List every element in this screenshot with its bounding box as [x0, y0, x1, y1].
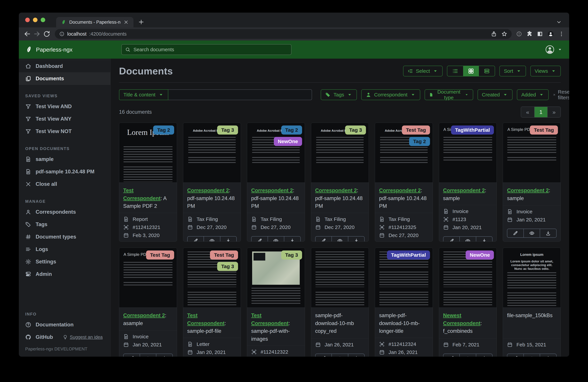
- sidebar-item-settings[interactable]: Settings: [19, 256, 110, 268]
- document-type-row[interactable]: Tax Filing: [315, 216, 365, 222]
- filter-tags-button[interactable]: Tags: [321, 89, 357, 100]
- tag-badge[interactable]: Tag 3: [217, 262, 238, 271]
- document-type-row[interactable]: Tax Filing: [379, 216, 429, 222]
- tag-badge[interactable]: Test Tag: [530, 125, 558, 135]
- sidebar-item-correspondents[interactable]: Correspondents: [19, 206, 110, 218]
- correspondent-link[interactable]: Test Correspondent: [251, 312, 289, 326]
- app-brand[interactable]: Paperless-ngx: [25, 46, 121, 53]
- suggest-idea-link[interactable]: Suggest an idea: [63, 335, 103, 340]
- edit-button[interactable]: [124, 354, 140, 357]
- download-button[interactable]: [348, 354, 364, 357]
- document-card[interactable]: sample-pdf-download-10-mb copy_red Jan 2…: [311, 248, 369, 357]
- tab-close-icon[interactable]: [124, 20, 128, 24]
- grid-view-toggle[interactable]: [463, 66, 479, 76]
- correspondent-link[interactable]: Correspondent 2: [507, 187, 549, 193]
- sort-button[interactable]: Sort: [499, 66, 526, 77]
- back-button[interactable]: [23, 30, 31, 38]
- tag-badge[interactable]: Tag 3: [217, 125, 238, 135]
- preview-button[interactable]: [524, 229, 540, 237]
- share-icon[interactable]: [491, 31, 497, 37]
- download-button[interactable]: [220, 237, 236, 242]
- global-search[interactable]: [121, 44, 292, 55]
- tag-badge[interactable]: Test Tag: [146, 250, 174, 260]
- sidebar-item-test-view-not[interactable]: Test View NOT: [19, 125, 110, 138]
- download-button[interactable]: [348, 237, 364, 242]
- correspondent-link[interactable]: Newest Correspondent: [443, 312, 481, 326]
- browser-profile-avatar[interactable]: [547, 31, 554, 37]
- edit-button[interactable]: [315, 354, 332, 357]
- download-button[interactable]: [540, 229, 556, 237]
- correspondent-link[interactable]: Correspondent 2: [443, 187, 485, 193]
- document-thumbnail[interactable]: Lorem ipsumLorem ipsum dolor sit amet, c…: [503, 248, 561, 308]
- list-view-toggle[interactable]: [447, 66, 463, 76]
- document-card[interactable]: Adobe Acrobat PDF Files Tag 3 Correspond…: [311, 123, 369, 241]
- edit-button[interactable]: [507, 354, 524, 357]
- preview-button[interactable]: [460, 237, 476, 241]
- document-thumbnail[interactable]: [311, 248, 369, 308]
- extension-icon[interactable]: [516, 31, 522, 37]
- sidebar-item-documentation[interactable]: Documentation: [19, 319, 110, 331]
- correspondent-link[interactable]: Correspondent 2: [315, 187, 357, 193]
- document-card[interactable]: A Simple PDF File Test Tag Correspondent…: [503, 123, 561, 241]
- download-button[interactable]: [156, 354, 172, 357]
- sidebar-item-documents[interactable]: Documents: [19, 72, 110, 85]
- document-type-row[interactable]: Letter: [187, 341, 237, 347]
- views-button[interactable]: Views: [530, 66, 561, 77]
- download-button[interactable]: [476, 354, 492, 357]
- document-type-row[interactable]: Tax Filing: [187, 216, 237, 222]
- document-type-row[interactable]: Report: [123, 216, 173, 222]
- correspondent-link[interactable]: Correspondent 2: [123, 312, 165, 318]
- extensions-puzzle-icon[interactable]: [526, 31, 532, 37]
- download-button[interactable]: [284, 237, 300, 242]
- browser-menu-kebab-icon[interactable]: [558, 31, 565, 37]
- filter-field-selector[interactable]: Title & content: [119, 89, 168, 100]
- preview-button[interactable]: [140, 354, 156, 357]
- document-type-row[interactable]: Invoice: [123, 334, 173, 340]
- window-minimize-button[interactable]: [33, 18, 38, 22]
- sidebar-item-sample[interactable]: sample: [19, 153, 110, 165]
- filter-created-button[interactable]: Created: [478, 89, 513, 100]
- address-bar[interactable]: localhost:4200/documents: [55, 29, 512, 39]
- document-card[interactable]: Lorem Ipsum Tag 2 Test Correspondent: A …: [119, 123, 177, 241]
- select-button[interactable]: Select: [403, 66, 442, 77]
- account-menu[interactable]: [545, 45, 563, 54]
- document-card[interactable]: Adobe Acrobat PDF Files Tag 2NewOne Corr…: [247, 123, 305, 241]
- window-zoom-button[interactable]: [41, 18, 45, 22]
- tag-badge[interactable]: NewOne: [466, 250, 494, 260]
- sidebar-item-pdf-sample-10-24-48-pm[interactable]: pdf-sample 10.24.48 PM: [19, 165, 110, 178]
- filter-correspondent-button[interactable]: Correspondent: [361, 89, 420, 100]
- correspondent-link[interactable]: Correspondent 2: [187, 187, 229, 193]
- sidebar-item-tags[interactable]: Tags: [19, 218, 110, 231]
- preview-button[interactable]: [460, 354, 476, 357]
- edit-button[interactable]: [507, 229, 524, 237]
- sidebar-item-admin[interactable]: Admin: [19, 268, 110, 280]
- correspondent-link[interactable]: Correspondent 2: [251, 187, 293, 193]
- tag-badge[interactable]: TagWithPartial: [451, 125, 494, 135]
- edit-button[interactable]: [443, 354, 460, 357]
- edit-button[interactable]: [252, 237, 268, 242]
- reset-filters-link[interactable]: Reset filters: [553, 89, 569, 101]
- filter-added-button[interactable]: Added: [517, 89, 549, 100]
- edit-button[interactable]: [188, 237, 204, 242]
- next-page-button[interactable]: »: [547, 107, 560, 117]
- tab-search-chevron-icon[interactable]: [556, 19, 562, 25]
- download-button[interactable]: [540, 354, 556, 357]
- tag-badge[interactable]: Tag 3: [281, 250, 302, 260]
- tag-badge[interactable]: Tag 2: [409, 137, 430, 146]
- sidebar-item-test-view-and[interactable]: Test View AND: [19, 100, 110, 113]
- correspondent-link[interactable]: Test Correspondent: [123, 187, 161, 201]
- tag-badge[interactable]: TagWithPartial: [387, 250, 430, 260]
- bookmark-star-icon[interactable]: [501, 31, 507, 37]
- prev-page-button[interactable]: «: [521, 107, 534, 117]
- sidebar-item-dashboard[interactable]: Dashboard: [19, 60, 110, 72]
- preview-button[interactable]: [268, 237, 284, 242]
- tag-badge[interactable]: Tag 3: [345, 125, 366, 135]
- reload-button[interactable]: [43, 30, 50, 38]
- window-close-button[interactable]: [25, 18, 30, 22]
- document-type-row[interactable]: Invoice: [507, 209, 557, 215]
- filter-text-input[interactable]: [168, 89, 312, 100]
- tag-badge[interactable]: Tag 2: [153, 125, 174, 135]
- new-tab-button[interactable]: [138, 19, 145, 25]
- document-type-row[interactable]: Invoice: [443, 208, 493, 214]
- document-card[interactable]: Tag 3 Test Correspondent: sample-pdf-wit…: [247, 248, 305, 357]
